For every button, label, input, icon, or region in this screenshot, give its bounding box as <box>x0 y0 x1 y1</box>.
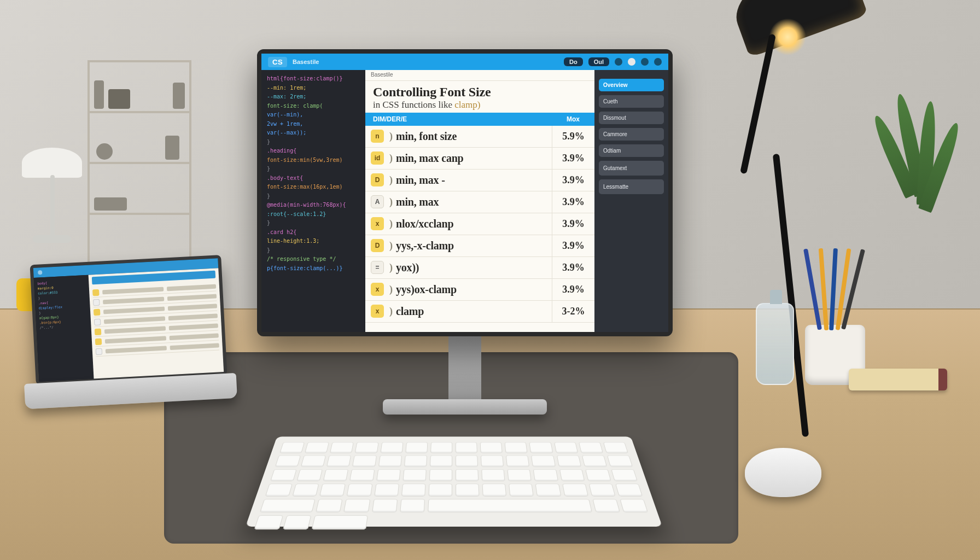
row-icon: D <box>371 239 384 252</box>
titlebar-button[interactable]: Do <box>564 57 583 66</box>
table-row[interactable]: x)clamp3-2% <box>365 301 594 323</box>
bookshelf <box>88 60 191 268</box>
window-control-icon[interactable] <box>641 58 649 66</box>
code-panel[interactable]: html{font-size:clamp()} --min: 1rem; --m… <box>261 70 365 332</box>
paren-icon: ) <box>389 262 393 273</box>
row-text <box>104 326 166 334</box>
code-line[interactable]: .card h2{ <box>267 228 360 237</box>
paren-icon: ) <box>389 153 393 164</box>
side-panel: OverviewCuethDissmoutCammoreOdtiamGutame… <box>594 70 668 332</box>
laptop-code-panel[interactable]: body{ margin:0 color:#333}.nav{ display:… <box>34 275 94 382</box>
row-text <box>105 336 166 343</box>
code-line[interactable]: } <box>267 246 360 255</box>
screen: CS Basestile Do Oul html{font-size:clamp… <box>261 54 668 332</box>
row-icon: x <box>371 305 384 318</box>
table-row[interactable]: x)nlox/xcclanp3.9% <box>365 213 594 235</box>
bottle <box>756 303 794 385</box>
code-line[interactable]: } <box>267 219 360 228</box>
code-line[interactable]: :root{--scale:1.2} <box>267 210 360 219</box>
row-text <box>169 333 219 340</box>
code-line[interactable]: } <box>267 192 360 201</box>
table-row[interactable]: A)min, max3.9% <box>365 191 594 213</box>
row-value: 5.9% <box>552 126 594 147</box>
code-line[interactable]: line-height:1.3; <box>267 237 360 246</box>
code-line[interactable]: font-size:min(5vw,3rem) <box>267 156 360 165</box>
laptop-list-panel <box>89 268 224 378</box>
table-body: n)min, font size5.9%id)min, max canp3.9%… <box>365 126 594 332</box>
row-value: 3.9% <box>552 148 594 169</box>
row-label: min, max <box>396 196 552 208</box>
row-label: nlox/xcclanp <box>396 218 552 230</box>
mouse <box>745 448 821 497</box>
row-text <box>167 294 217 301</box>
row-text <box>168 323 218 330</box>
row-icon: = <box>371 261 384 274</box>
code-line[interactable]: font-size: clamp( <box>267 102 360 110</box>
code-line[interactable]: --max: 2rem; <box>267 92 360 101</box>
laptop-screen: body{ margin:0 color:#333}.nav{ display:… <box>33 258 224 381</box>
page-subtitle: in CSS functions like clamp) <box>373 100 587 110</box>
titlebar-filename: Basestile <box>293 59 319 65</box>
code-line[interactable]: --min: 1rem; <box>267 84 360 92</box>
table-row[interactable]: x)yys)ox-clamp3.9% <box>365 279 594 301</box>
app-tag: CS <box>268 57 287 67</box>
code-line[interactable]: var(--max)); <box>267 129 360 137</box>
keyboard <box>246 436 662 527</box>
row-icon <box>96 348 103 355</box>
breadcrumb: Basestile <box>365 70 594 81</box>
code-line[interactable]: p{font-size:clamp(...)} <box>267 264 360 273</box>
titlebar-button[interactable]: Oul <box>588 57 609 66</box>
row-value: 3.9% <box>552 191 594 213</box>
code-line[interactable]: .body-text{ <box>267 174 360 183</box>
paren-icon: ) <box>389 131 393 142</box>
plant <box>865 82 964 312</box>
row-icon: x <box>371 217 384 230</box>
code-line[interactable]: @media(min-width:768px){ <box>267 201 360 209</box>
side-button[interactable]: Dissmout <box>599 112 664 124</box>
side-button[interactable]: Lessmatte <box>599 179 664 194</box>
row-label: yox)) <box>396 261 552 274</box>
window-control-icon[interactable] <box>654 58 662 66</box>
side-button[interactable]: Cueth <box>599 95 664 108</box>
side-button[interactable]: Odtiam <box>599 144 664 157</box>
row-icon <box>94 308 101 316</box>
window-control-icon[interactable] <box>628 58 635 66</box>
row-text <box>167 284 217 291</box>
table-row[interactable]: D)min, max -3.9% <box>365 170 594 191</box>
page-title: Controlling Font Size <box>373 85 587 100</box>
row-text <box>167 304 217 311</box>
code-line[interactable]: 2vw + 1rem, <box>267 120 360 129</box>
code-line[interactable]: font-size:max(16px,1em) <box>267 183 360 191</box>
row-icon: D <box>371 173 384 186</box>
table-row[interactable]: =)yox))3.9% <box>365 257 594 279</box>
table-row[interactable]: n)min, font size5.9% <box>365 126 594 148</box>
side-button[interactable]: Cammore <box>599 128 664 141</box>
code-line[interactable]: } <box>267 165 360 173</box>
laptop: body{ margin:0 color:#333}.nav{ display:… <box>30 255 227 385</box>
table-row[interactable]: id)min, max canp3.9% <box>365 148 594 170</box>
side-button[interactable]: Gutamext <box>599 161 664 176</box>
code-line[interactable]: } <box>267 138 360 147</box>
side-button[interactable]: Overview <box>599 79 664 91</box>
code-line[interactable]: var(--min), <box>267 110 360 119</box>
row-value: 3.9% <box>552 170 594 191</box>
table-row[interactable]: D)yys,-x-clamp3.9% <box>365 235 594 257</box>
row-label: min, font size <box>396 130 552 143</box>
monitor-base <box>383 399 547 415</box>
book <box>849 369 947 390</box>
paren-icon: ) <box>389 196 393 208</box>
row-text <box>168 313 218 320</box>
desk-lamp <box>674 0 860 164</box>
code-line[interactable]: html{font-size:clamp()} <box>267 74 360 83</box>
paren-icon: ) <box>389 174 393 186</box>
paren-icon: ) <box>389 284 393 295</box>
small-lamp <box>16 148 82 257</box>
row-text <box>102 287 164 294</box>
code-line[interactable]: /* responsive type */ <box>267 255 360 264</box>
paren-icon: ) <box>389 218 393 230</box>
window-control-icon[interactable] <box>615 58 622 66</box>
row-value: 3.9% <box>552 213 594 235</box>
code-line[interactable]: .heading{ <box>267 147 360 155</box>
document-panel: Basestile Controlling Font Size in CSS f… <box>365 70 594 332</box>
column-header: DIM/DER/E <box>365 115 552 123</box>
